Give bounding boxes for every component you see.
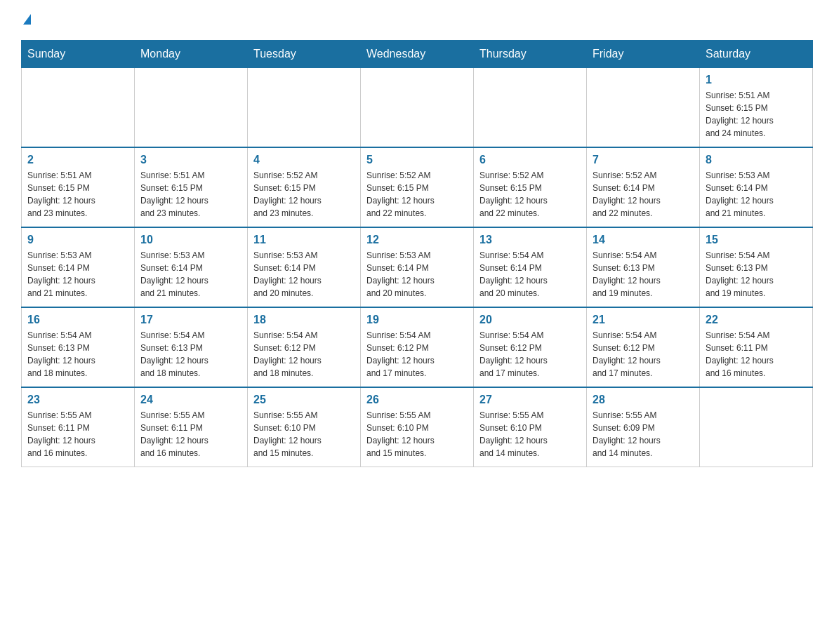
day-number: 22 <box>706 314 807 326</box>
calendar-table: SundayMondayTuesdayWednesdayThursdayFrid… <box>21 40 813 467</box>
calendar-cell <box>474 68 587 148</box>
day-number: 16 <box>27 314 128 326</box>
logo <box>21 14 31 26</box>
calendar-cell: 12Sunrise: 5:53 AMSunset: 6:14 PMDayligh… <box>361 227 474 307</box>
day-info: Sunrise: 5:51 AMSunset: 6:15 PMDaylight:… <box>27 169 128 220</box>
day-number: 6 <box>479 154 581 166</box>
calendar-cell: 20Sunrise: 5:54 AMSunset: 6:12 PMDayligh… <box>474 307 587 387</box>
day-info: Sunrise: 5:52 AMSunset: 6:14 PMDaylight:… <box>593 169 694 220</box>
calendar-cell: 8Sunrise: 5:53 AMSunset: 6:14 PMDaylight… <box>700 147 813 227</box>
day-number: 27 <box>479 394 581 406</box>
calendar-cell <box>248 68 361 148</box>
weekday-header-tuesday: Tuesday <box>248 41 361 68</box>
day-info: Sunrise: 5:54 AMSunset: 6:12 PMDaylight:… <box>479 329 581 380</box>
day-info: Sunrise: 5:55 AMSunset: 6:10 PMDaylight:… <box>253 409 355 459</box>
calendar-cell <box>135 68 248 148</box>
day-number: 17 <box>140 314 241 326</box>
calendar-cell <box>587 68 700 148</box>
weekday-header-saturday: Saturday <box>700 41 813 68</box>
day-number: 25 <box>253 394 355 406</box>
calendar-cell: 16Sunrise: 5:54 AMSunset: 6:13 PMDayligh… <box>22 307 135 387</box>
weekday-header-friday: Friday <box>587 41 700 68</box>
calendar-cell: 13Sunrise: 5:54 AMSunset: 6:14 PMDayligh… <box>474 227 587 307</box>
calendar-cell <box>361 68 474 148</box>
day-info: Sunrise: 5:51 AMSunset: 6:15 PMDaylight:… <box>140 169 241 220</box>
calendar-cell: 19Sunrise: 5:54 AMSunset: 6:12 PMDayligh… <box>361 307 474 387</box>
day-info: Sunrise: 5:52 AMSunset: 6:15 PMDaylight:… <box>479 169 581 220</box>
day-info: Sunrise: 5:54 AMSunset: 6:13 PMDaylight:… <box>27 329 128 380</box>
day-info: Sunrise: 5:55 AMSunset: 6:09 PMDaylight:… <box>593 409 694 459</box>
weekday-header-thursday: Thursday <box>474 41 587 68</box>
day-info: Sunrise: 5:55 AMSunset: 6:10 PMDaylight:… <box>366 409 468 459</box>
logo-triangle-icon <box>23 14 31 25</box>
day-info: Sunrise: 5:55 AMSunset: 6:11 PMDaylight:… <box>140 409 241 459</box>
calendar-week-row: 16Sunrise: 5:54 AMSunset: 6:13 PMDayligh… <box>22 307 813 387</box>
calendar-cell: 11Sunrise: 5:53 AMSunset: 6:14 PMDayligh… <box>248 227 361 307</box>
calendar-week-row: 1Sunrise: 5:51 AMSunset: 6:15 PMDaylight… <box>22 68 813 148</box>
day-number: 21 <box>593 314 694 326</box>
day-info: Sunrise: 5:51 AMSunset: 6:15 PMDaylight:… <box>706 89 807 140</box>
calendar-cell: 9Sunrise: 5:53 AMSunset: 6:14 PMDaylight… <box>22 227 135 307</box>
day-number: 14 <box>593 234 694 246</box>
day-number: 7 <box>593 154 694 166</box>
calendar-cell: 2Sunrise: 5:51 AMSunset: 6:15 PMDaylight… <box>22 147 135 227</box>
day-info: Sunrise: 5:54 AMSunset: 6:13 PMDaylight:… <box>593 249 694 300</box>
day-info: Sunrise: 5:55 AMSunset: 6:10 PMDaylight:… <box>479 409 581 459</box>
calendar-cell: 17Sunrise: 5:54 AMSunset: 6:13 PMDayligh… <box>135 307 248 387</box>
calendar-cell: 26Sunrise: 5:55 AMSunset: 6:10 PMDayligh… <box>361 387 474 467</box>
day-number: 13 <box>479 234 581 246</box>
calendar-cell: 1Sunrise: 5:51 AMSunset: 6:15 PMDaylight… <box>700 68 813 148</box>
calendar-week-row: 23Sunrise: 5:55 AMSunset: 6:11 PMDayligh… <box>22 387 813 467</box>
calendar-cell: 3Sunrise: 5:51 AMSunset: 6:15 PMDaylight… <box>135 147 248 227</box>
day-info: Sunrise: 5:53 AMSunset: 6:14 PMDaylight:… <box>706 169 807 220</box>
day-number: 18 <box>253 314 355 326</box>
calendar-cell: 23Sunrise: 5:55 AMSunset: 6:11 PMDayligh… <box>22 387 135 467</box>
day-info: Sunrise: 5:53 AMSunset: 6:14 PMDaylight:… <box>253 249 355 300</box>
day-info: Sunrise: 5:54 AMSunset: 6:13 PMDaylight:… <box>706 249 807 300</box>
calendar-cell: 18Sunrise: 5:54 AMSunset: 6:12 PMDayligh… <box>248 307 361 387</box>
day-info: Sunrise: 5:54 AMSunset: 6:12 PMDaylight:… <box>366 329 468 380</box>
day-number: 3 <box>140 154 241 166</box>
day-number: 8 <box>706 154 807 166</box>
day-info: Sunrise: 5:54 AMSunset: 6:14 PMDaylight:… <box>479 249 581 300</box>
calendar-cell: 5Sunrise: 5:52 AMSunset: 6:15 PMDaylight… <box>361 147 474 227</box>
day-number: 15 <box>706 234 807 246</box>
calendar-cell: 4Sunrise: 5:52 AMSunset: 6:15 PMDaylight… <box>248 147 361 227</box>
calendar-cell: 27Sunrise: 5:55 AMSunset: 6:10 PMDayligh… <box>474 387 587 467</box>
day-info: Sunrise: 5:55 AMSunset: 6:11 PMDaylight:… <box>27 409 128 459</box>
day-info: Sunrise: 5:54 AMSunset: 6:12 PMDaylight:… <box>593 329 694 380</box>
weekday-header-sunday: Sunday <box>22 41 135 68</box>
weekday-header-row: SundayMondayTuesdayWednesdayThursdayFrid… <box>22 41 813 68</box>
calendar-cell: 22Sunrise: 5:54 AMSunset: 6:11 PMDayligh… <box>700 307 813 387</box>
day-info: Sunrise: 5:54 AMSunset: 6:12 PMDaylight:… <box>253 329 355 380</box>
day-info: Sunrise: 5:54 AMSunset: 6:13 PMDaylight:… <box>140 329 241 380</box>
day-number: 11 <box>253 234 355 246</box>
day-info: Sunrise: 5:53 AMSunset: 6:14 PMDaylight:… <box>140 249 241 300</box>
day-number: 4 <box>253 154 355 166</box>
day-number: 23 <box>27 394 128 406</box>
calendar-cell: 25Sunrise: 5:55 AMSunset: 6:10 PMDayligh… <box>248 387 361 467</box>
calendar-cell: 7Sunrise: 5:52 AMSunset: 6:14 PMDaylight… <box>587 147 700 227</box>
calendar-cell: 15Sunrise: 5:54 AMSunset: 6:13 PMDayligh… <box>700 227 813 307</box>
day-number: 2 <box>27 154 128 166</box>
day-number: 12 <box>366 234 468 246</box>
day-number: 28 <box>593 394 694 406</box>
weekday-header-monday: Monday <box>135 41 248 68</box>
day-number: 24 <box>140 394 241 406</box>
calendar-cell <box>22 68 135 148</box>
calendar-week-row: 2Sunrise: 5:51 AMSunset: 6:15 PMDaylight… <box>22 147 813 227</box>
day-number: 26 <box>366 394 468 406</box>
calendar-cell <box>700 387 813 467</box>
day-number: 9 <box>27 234 128 246</box>
day-info: Sunrise: 5:52 AMSunset: 6:15 PMDaylight:… <box>253 169 355 220</box>
day-info: Sunrise: 5:52 AMSunset: 6:15 PMDaylight:… <box>366 169 468 220</box>
calendar-cell: 28Sunrise: 5:55 AMSunset: 6:09 PMDayligh… <box>587 387 700 467</box>
day-number: 20 <box>479 314 581 326</box>
calendar-cell: 10Sunrise: 5:53 AMSunset: 6:14 PMDayligh… <box>135 227 248 307</box>
weekday-header-wednesday: Wednesday <box>361 41 474 68</box>
day-info: Sunrise: 5:53 AMSunset: 6:14 PMDaylight:… <box>27 249 128 300</box>
calendar-cell: 14Sunrise: 5:54 AMSunset: 6:13 PMDayligh… <box>587 227 700 307</box>
day-number: 19 <box>366 314 468 326</box>
calendar-cell: 21Sunrise: 5:54 AMSunset: 6:12 PMDayligh… <box>587 307 700 387</box>
day-info: Sunrise: 5:53 AMSunset: 6:14 PMDaylight:… <box>366 249 468 300</box>
